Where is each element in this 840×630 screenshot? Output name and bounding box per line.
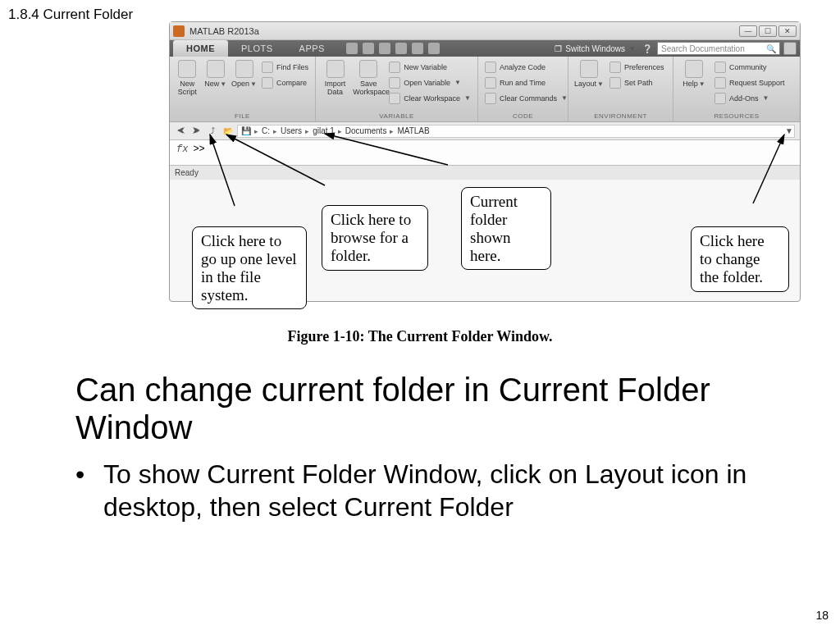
switch-windows-label: Switch Windows xyxy=(565,44,625,53)
browse-for-folder-button[interactable]: 📂 xyxy=(221,125,235,138)
fx-icon[interactable]: fx xyxy=(176,144,188,155)
crumb-user[interactable]: gilat.1 xyxy=(313,126,335,135)
qat-icon[interactable] xyxy=(395,43,407,54)
new-script-icon xyxy=(178,60,196,78)
analyze-code-button[interactable]: Analyze Code xyxy=(483,60,569,74)
clear-workspace-button[interactable]: Clear Workspace▼ xyxy=(387,91,472,105)
section-heading: 1.8.4 Current Folder xyxy=(8,7,133,23)
save-icon xyxy=(359,60,377,78)
analyze-icon xyxy=(485,62,496,73)
figure-caption: Figure 1-10: The Current Folder Window. xyxy=(0,328,840,345)
tab-apps[interactable]: APPS xyxy=(286,40,338,57)
chevron-down-icon: ▼ xyxy=(561,94,568,102)
group-label-resources: RESOURCES xyxy=(673,112,800,121)
run-time-icon xyxy=(485,77,496,89)
import-icon xyxy=(326,60,345,78)
clear-commands-button[interactable]: Clear Commands▼ xyxy=(483,91,569,105)
help-icon[interactable]: ❔ xyxy=(642,44,652,53)
crumb-matlab[interactable]: MATLAB xyxy=(397,126,429,135)
save-workspace-button[interactable]: Save Workspace xyxy=(353,60,384,96)
command-window[interactable]: fx >> xyxy=(170,140,800,165)
folder-history-dropdown[interactable]: ▼ xyxy=(783,125,795,136)
open-button[interactable]: Open▼ xyxy=(231,60,257,89)
chevron-right-icon: ▸ xyxy=(273,127,277,135)
tab-home[interactable]: HOME xyxy=(173,40,228,57)
prompt: >> xyxy=(193,144,204,155)
bullet-text: To show Current Folder Window, click on … xyxy=(103,458,761,523)
group-label-environment: ENVIRONMENT xyxy=(568,112,673,121)
new-button[interactable]: New▼ xyxy=(203,60,229,89)
window-stack-icon: ❐ xyxy=(555,44,562,53)
plus-icon xyxy=(207,60,225,78)
slide-bullets: • To show Current Folder Window, click o… xyxy=(75,458,761,523)
clear-workspace-icon xyxy=(389,93,400,104)
chevron-right-icon: ▸ xyxy=(305,127,309,135)
slide-headline: Can change current folder in Current Fol… xyxy=(75,371,761,446)
chevron-down-icon: ▼ xyxy=(699,80,705,88)
matlab-icon xyxy=(173,25,185,37)
quick-access-toolbar xyxy=(346,43,440,54)
titlebar: MATLAB R2013a — ☐ ✕ xyxy=(170,22,800,40)
chevron-down-icon: ▼ xyxy=(464,94,471,102)
qat-icon[interactable] xyxy=(363,43,374,54)
page-number: 18 xyxy=(815,609,829,622)
new-variable-button[interactable]: New Variable xyxy=(387,60,472,74)
help-button[interactable]: Help▼ xyxy=(678,60,710,89)
callout-up-level: Click here to go up one level in the fil… xyxy=(192,226,307,309)
crumb-users[interactable]: Users xyxy=(281,126,302,135)
chevron-down-icon: ▼ xyxy=(454,79,461,86)
set-path-icon xyxy=(609,77,621,89)
maximize-button[interactable]: ☐ xyxy=(759,25,777,37)
find-files-icon xyxy=(262,62,273,73)
qat-icon[interactable] xyxy=(412,43,423,54)
qat-icon[interactable] xyxy=(346,43,358,54)
addons-icon xyxy=(714,93,726,104)
request-support-button[interactable]: Request Support xyxy=(713,75,787,89)
group-label-file: FILE xyxy=(170,112,315,121)
chevron-down-icon: ▼ xyxy=(220,80,226,88)
back-button[interactable]: ⮜ xyxy=(175,125,188,138)
minimize-button[interactable]: — xyxy=(739,25,757,37)
search-documentation-input[interactable]: Search Documentation 🔍 xyxy=(657,42,780,55)
support-icon xyxy=(714,77,726,89)
community-button[interactable]: Community xyxy=(713,60,787,74)
new-script-button[interactable]: New Script xyxy=(175,60,200,96)
figure-title: The Current Folder Window. xyxy=(365,328,553,345)
crumb-documents[interactable]: Documents xyxy=(345,126,387,135)
qat-icon[interactable] xyxy=(428,43,440,54)
forward-button[interactable]: ⮞ xyxy=(190,125,203,138)
figure-number: Figure 1-10: xyxy=(287,328,364,345)
preferences-button[interactable]: Preferences xyxy=(608,60,666,74)
toolbar-overflow-button[interactable] xyxy=(783,42,797,55)
switch-windows-button[interactable]: ❐ Switch Windows ▼ ❔ xyxy=(550,44,657,53)
run-and-time-button[interactable]: Run and Time xyxy=(483,75,569,89)
toolstrip: New Script New▼ Open▼ Find Files Compare… xyxy=(170,57,800,122)
folder-open-icon xyxy=(235,60,253,78)
up-one-level-button[interactable]: ⤴ xyxy=(206,125,219,138)
address-bar[interactable]: 💾 ▸ C: ▸ Users ▸ gilat.1 ▸ Documents ▸ M… xyxy=(237,125,795,138)
chevron-right-icon: ▸ xyxy=(338,127,342,135)
addons-button[interactable]: Add-Ons▼ xyxy=(713,91,787,105)
compare-button[interactable]: Compare xyxy=(260,75,310,89)
layout-button[interactable]: Layout▼ xyxy=(573,60,605,89)
tab-plots[interactable]: PLOTS xyxy=(228,40,286,57)
crumb-c[interactable]: C: xyxy=(262,126,270,135)
callout-change-folder: Click here to change the folder. xyxy=(691,226,789,292)
close-button[interactable]: ✕ xyxy=(778,25,797,37)
group-label-variable: VARIABLE xyxy=(316,112,477,121)
qat-icon[interactable] xyxy=(379,43,390,54)
window-title: MATLAB R2013a xyxy=(189,26,259,36)
clear-commands-icon xyxy=(485,93,496,104)
callout-shown-here: Current folder shown here. xyxy=(461,187,551,270)
chevron-down-icon: ▼ xyxy=(250,80,257,88)
open-variable-button[interactable]: Open Variable▼ xyxy=(387,75,472,89)
help-icon xyxy=(685,60,703,78)
import-data-button[interactable]: Import Data xyxy=(321,60,349,96)
set-path-button[interactable]: Set Path xyxy=(608,75,666,89)
new-variable-icon xyxy=(389,62,400,73)
gear-icon xyxy=(609,62,621,73)
find-files-button[interactable]: Find Files xyxy=(260,60,310,74)
compare-icon xyxy=(262,77,273,89)
tabstrip: HOME PLOTS APPS ❐ Switch Windows ▼ ❔ Sea… xyxy=(170,40,800,57)
search-placeholder: Search Documentation xyxy=(661,44,745,53)
